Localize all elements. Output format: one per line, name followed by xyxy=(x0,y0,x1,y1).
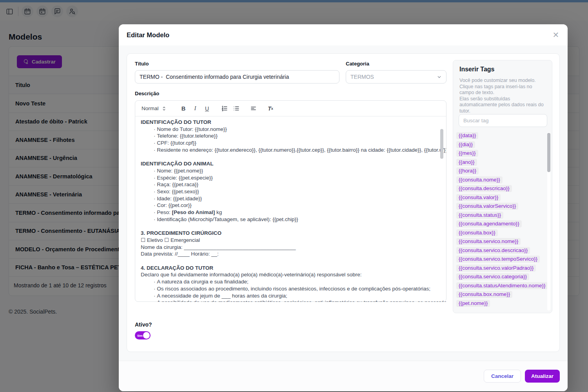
update-button[interactable]: Atualizar xyxy=(525,370,560,383)
bullet-list-button[interactable] xyxy=(231,103,241,114)
bullet-list-icon xyxy=(233,105,240,112)
editor-bullet: · Telefone: {{tutor.telefone}} xyxy=(141,132,440,140)
tag-list: {{data}}{{dia}}{{mes}}{{ano}}{{hora}}{{c… xyxy=(456,132,547,312)
tag-item[interactable]: {{pet.nome}} xyxy=(456,300,490,307)
edit-model-dialog: Editar Modelo ✕ Título Categoria TERMOS … xyxy=(119,24,568,391)
align-icon xyxy=(250,105,257,112)
italic-button[interactable]: I xyxy=(190,103,200,114)
ordered-list-icon xyxy=(221,105,228,112)
editor-blank-line xyxy=(141,223,440,230)
tags-description-line: Elas serão substituídas automaticamente … xyxy=(459,96,546,114)
tag-list-scrollbar[interactable] xyxy=(547,132,550,310)
editor-bullet: · Nome: {{pet.nome}} xyxy=(141,167,440,174)
clear-format-button[interactable]: Tx xyxy=(265,103,276,114)
rich-text-editor: Normal B I U xyxy=(135,100,446,302)
ativo-label: Ativo? xyxy=(135,321,152,328)
toggle-on-label: Sim xyxy=(137,334,143,338)
categoria-value: TERMOS xyxy=(350,74,374,80)
toggle-knob xyxy=(143,332,150,339)
categoria-select[interactable]: TERMOS xyxy=(346,70,446,83)
format-value: Normal xyxy=(142,105,159,111)
insert-tags-panel: Inserir Tags Você pode customizar seu mo… xyxy=(453,60,552,313)
tag-list-scroll-thumb[interactable] xyxy=(547,133,550,172)
editor-bullet: · Peso: [Peso do Animal] kg xyxy=(141,209,440,216)
tag-item[interactable]: {{consulta.nome}} xyxy=(456,176,503,183)
tag-item[interactable]: {{data}} xyxy=(456,132,478,139)
tags-description-line: Você pode customizar seu modelo. xyxy=(459,78,546,84)
tag-item[interactable]: {{consulta.valor}} xyxy=(456,194,501,201)
titulo-label: Título xyxy=(135,61,149,67)
align-button[interactable] xyxy=(248,103,258,114)
underline-button[interactable]: U xyxy=(202,103,212,114)
editor-heading: 3. PROCEDIMENTO CIRÚRGICO xyxy=(141,230,440,237)
editor-bullet: · A possibilidade de uso de medicamentos… xyxy=(141,299,440,302)
tag-item[interactable]: {{consulta.status}} xyxy=(456,212,503,219)
screen: Modelos Cadastrar Titulo Novo TesteAtest… xyxy=(0,0,588,392)
tag-item[interactable]: {{dia}} xyxy=(456,141,475,148)
tag-item[interactable]: {{consulta.agendamento}} xyxy=(456,220,522,227)
chevron-up-down-icon xyxy=(162,106,166,111)
editor-paragraph: ☐ Eletivo ☐ Emergencial xyxy=(141,237,440,244)
tag-search-input[interactable] xyxy=(459,114,547,127)
tag-item[interactable]: {{ano}} xyxy=(456,159,477,166)
editor-content[interactable]: IDENTIFICAÇÃO DO TUTOR· Nome do Tutor: {… xyxy=(135,116,446,302)
editor-bullet: · Espécie: {{pet.especie}} xyxy=(141,174,440,181)
tag-item[interactable]: {{consulta.descricao}} xyxy=(456,185,512,192)
categoria-label: Categoria xyxy=(346,61,369,67)
cancel-button[interactable]: Cancelar xyxy=(484,370,521,383)
editor-paragraph: Data prevista: //____ Horário: __: xyxy=(141,250,440,258)
editor-bullet: · Raça: {{pet.raca}} xyxy=(141,181,440,188)
bold-button[interactable]: B xyxy=(178,103,189,114)
editor-bullet: · Os riscos associados ao procedimento, … xyxy=(141,285,440,292)
dialog-body: Título Categoria TERMOS Descrição Normal… xyxy=(119,45,568,361)
close-icon[interactable]: ✕ xyxy=(552,31,560,39)
editor-bullet: · Idade: {{pet.idade}} xyxy=(141,195,440,202)
editor-toolbar: Normal B I U xyxy=(135,101,446,116)
editor-heading: IDENTIFICAÇÃO DO ANIMAL xyxy=(141,160,440,167)
editor-bullet: · CPF: {{tutor.cpf}} xyxy=(141,140,440,147)
tag-item[interactable]: {{consulta.box}} xyxy=(456,229,498,236)
form-card: Título Categoria TERMOS Descrição Normal… xyxy=(127,53,560,352)
dialog-title: Editar Modelo xyxy=(127,31,169,39)
editor-bullet: · Residente no endereço: {{tutor.enderec… xyxy=(141,147,440,154)
tag-item[interactable]: {{consulta.box.nome}} xyxy=(456,291,512,298)
tag-item[interactable]: {{consulta.servico.nome}} xyxy=(456,238,521,245)
editor-blank-line xyxy=(141,258,440,265)
tag-item[interactable]: {{hora}} xyxy=(456,167,479,174)
tag-item[interactable]: {{consulta.servico.valorPadrao}} xyxy=(456,265,536,272)
tag-item[interactable]: {{consulta.valorServico}} xyxy=(456,203,518,210)
ativo-toggle[interactable]: Sim xyxy=(135,331,151,339)
editor-paragraph: Declaro que fui devidamente informado(a)… xyxy=(141,271,440,278)
tag-item[interactable]: {{consulta.servico.categoria}} xyxy=(456,273,529,280)
chevron-down-icon xyxy=(437,74,442,80)
editor-bullet: · A natureza da cirurgia e sua finalidad… xyxy=(141,278,440,285)
titulo-input[interactable] xyxy=(135,70,339,83)
format-dropdown[interactable]: Normal xyxy=(142,105,177,111)
editor-paragraph: Nome da cirurgia: ______________________… xyxy=(141,244,440,251)
tag-item[interactable]: {{consulta.statusAtendimento.nome}} xyxy=(456,282,547,289)
dialog-footer: Cancelar Atualizar xyxy=(119,361,568,391)
tags-panel-description: Você pode customizar seu modelo.Clique n… xyxy=(459,78,546,114)
editor-blank-line xyxy=(141,154,440,161)
tag-item[interactable]: {{consulta.servico.descricao}} xyxy=(456,247,530,254)
tags-description-line: Clique nas tags para inseri-las no campo… xyxy=(459,84,546,96)
editor-heading: IDENTIFICAÇÃO DO TUTOR xyxy=(141,119,440,126)
tag-item[interactable]: {{mes}} xyxy=(456,150,478,157)
editor-scrollbar[interactable] xyxy=(440,129,443,159)
descricao-label: Descrição xyxy=(135,91,159,96)
tags-panel-title: Inserir Tags xyxy=(459,66,495,73)
editor-heading: 4. DECLARAÇÃO DO TUTOR xyxy=(141,265,440,272)
editor-bullet: · Cor: {{pet.cor}} xyxy=(141,202,440,209)
ordered-list-button[interactable] xyxy=(219,103,229,114)
editor-bullet: · Nome do Tutor: {{tutor.nome}} xyxy=(141,126,440,133)
editor-bullet: · Sexo: {{pet.sexo}} xyxy=(141,188,440,195)
editor-bullet: · A necessidade de jejum de ___ horas an… xyxy=(141,292,440,299)
dialog-header: Editar Modelo ✕ xyxy=(119,24,568,45)
editor-bullet: · Identificação (Microchip/Tatuagem, se … xyxy=(141,216,440,223)
tag-item[interactable]: {{consulta.servico.tempoServico}} xyxy=(456,256,540,263)
